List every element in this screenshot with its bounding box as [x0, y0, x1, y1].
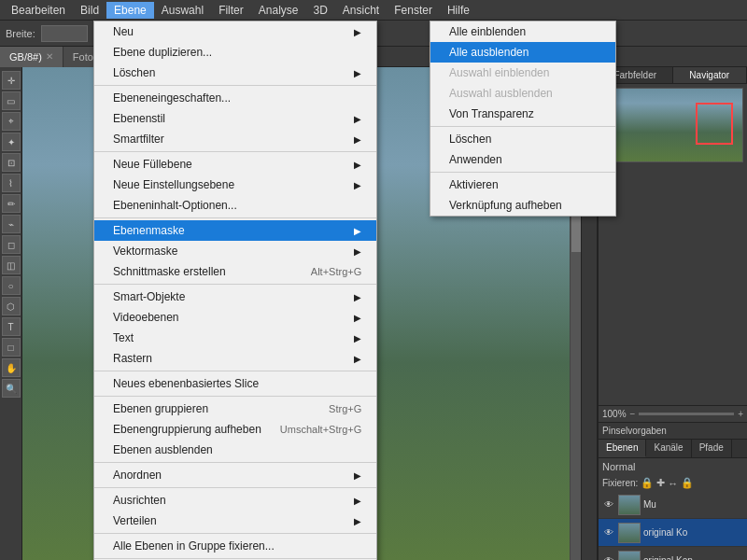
layer-thumb-2: [618, 551, 641, 561]
navigator-image: [602, 88, 743, 162]
fix-icon-add[interactable]: ✚: [656, 477, 665, 489]
tab-arrow[interactable]: »: [142, 50, 156, 63]
tool-clone[interactable]: ⌁: [2, 215, 21, 233]
layers-mode-row: Normal: [599, 458, 747, 475]
rp-tab-farbfelder[interactable]: Farbfelder: [599, 67, 673, 83]
tool-hand[interactable]: ✋: [2, 358, 21, 377]
layers-tabs: Ebenen Kanäle Pfade: [599, 440, 747, 458]
breite-label: Breite:: [6, 28, 35, 39]
layers-fix-row: Fixieren: 🔒 ✚ ↔ 🔒: [599, 475, 747, 491]
navigator-area: [599, 84, 747, 405]
layers-mode-value: Normal: [602, 461, 635, 472]
schnellmethode-button[interactable]: Schnellmethode: [238, 25, 325, 42]
tab-bar: GB/8#) ✕ Fotolia_51 ✕ »: [0, 47, 747, 67]
icon-bar-btn-1[interactable]: Mb: [582, 69, 597, 84]
zoom-bar: 100% − +: [599, 405, 747, 422]
layer-name-1: original Ko: [643, 527, 743, 538]
menu-auswahl[interactable]: Auswahl: [154, 2, 211, 19]
tool-magic[interactable]: ✦: [2, 133, 21, 151]
canvas-area: [22, 67, 581, 560]
breite-input[interactable]: [41, 25, 88, 42]
zoom-value: 100%: [602, 409, 627, 419]
layer-eye-0[interactable]: 👁: [602, 498, 615, 511]
tool-eraser[interactable]: ◻: [2, 235, 21, 254]
main-area: ✛ ▭ ⌖ ✦ ⊡ ⌇ ✏ ⌁ ◻ ◫ ○ ⬡ T □ ✋ 🔍 Mb ▶ ✂ A…: [0, 67, 747, 560]
zoom-slider[interactable]: [639, 413, 734, 415]
rp-tab-navigator[interactable]: Navigator: [673, 67, 748, 83]
tab-fotolia[interactable]: Fotolia_51 ✕: [63, 47, 142, 67]
layer-row-1: 👁 original Ko: [599, 519, 747, 547]
tool-path[interactable]: ⬡: [2, 297, 21, 315]
tool-crop[interactable]: ⊡: [2, 153, 21, 172]
menu-bild[interactable]: Bild: [73, 2, 106, 19]
layer-eye-2[interactable]: 👁: [602, 554, 615, 561]
scrollbar-thumb[interactable]: [571, 215, 581, 252]
layers-tab-ebenen[interactable]: Ebenen: [599, 440, 646, 457]
zoom-icon-left[interactable]: −: [630, 409, 636, 419]
zoom-icon-right[interactable]: +: [738, 409, 743, 419]
tab-close-gb[interactable]: ✕: [46, 51, 53, 62]
tool-zoom[interactable]: 🔍: [2, 379, 21, 398]
tool-dodge[interactable]: ○: [2, 276, 21, 295]
layers-tab-kanaele[interactable]: Kanäle: [646, 440, 691, 457]
canvas-image: [22, 67, 581, 560]
tab-gb[interactable]: GB/8#) ✕: [0, 47, 63, 67]
icon-bar: Mb ▶ ✂ A ¶ ◉ ⊕ ✦: [581, 67, 598, 560]
fix-icon-move[interactable]: ↔: [668, 478, 678, 489]
menu-analyse[interactable]: Analyse: [251, 2, 306, 19]
layer-eye-1[interactable]: 👁: [602, 526, 615, 539]
tool-text[interactable]: T: [2, 317, 21, 336]
fixieren-label: Fixieren:: [602, 478, 638, 488]
tool-brush[interactable]: ✏: [2, 194, 21, 213]
right-panel: Farbfelder Navigator 100% − + Pinselvorg…: [598, 67, 747, 560]
icon-bar-btn-6[interactable]: ◉: [582, 153, 597, 168]
menu-ansicht[interactable]: Ansicht: [335, 2, 387, 19]
icon-bar-btn-2[interactable]: ▶: [582, 86, 597, 101]
icon-bar-btn-8[interactable]: ✦: [582, 187, 597, 202]
tool-select[interactable]: ▭: [2, 91, 21, 110]
tool-gradient[interactable]: ◫: [2, 256, 21, 274]
layer-thumb-1: [618, 523, 641, 543]
fix-icon-all[interactable]: 🔒: [681, 477, 694, 489]
layer-name-2: original Kop: [643, 555, 743, 560]
icon-bar-btn-5[interactable]: ¶: [582, 136, 597, 151]
right-panel-tabs: Farbfelder Navigator: [599, 67, 747, 84]
icon-bar-btn-4[interactable]: A: [582, 119, 597, 134]
layer-thumb-0: [618, 495, 641, 515]
loschen-button[interactable]: Löschen: [176, 25, 233, 42]
menu-bar: Bearbeiten Bild Ebene Auswahl Filter Ana…: [0, 0, 747, 21]
layer-row-0: 👁 Mu: [599, 491, 747, 519]
menu-fenster[interactable]: Fenster: [387, 2, 440, 19]
tool-eyedropper[interactable]: ⌇: [2, 174, 21, 192]
tool-shape[interactable]: □: [2, 338, 21, 357]
layers-tab-pfade[interactable]: Pfade: [692, 440, 732, 457]
vorderes-bild-button[interactable]: Vorderes Bild: [93, 25, 171, 42]
navigator-selection: [696, 103, 733, 145]
icon-bar-btn-7[interactable]: ⊕: [582, 170, 597, 185]
tab-close-fotolia[interactable]: ✕: [124, 51, 132, 62]
scrollbar-vertical[interactable]: [570, 67, 581, 560]
layers-panel: Ebenen Kanäle Pfade Normal Fixieren: 🔒 ✚…: [599, 439, 747, 560]
layer-row-2: 👁 original Kop: [599, 547, 747, 560]
menu-3d[interactable]: 3D: [306, 2, 335, 19]
menu-hilfe[interactable]: Hilfe: [440, 2, 477, 19]
menu-ebene[interactable]: Ebene: [106, 2, 154, 19]
tool-lasso[interactable]: ⌖: [2, 112, 21, 131]
toolbar: Breite: Vorderes Bild Löschen Schnellmet…: [0, 21, 747, 47]
fix-icon-lock[interactable]: 🔒: [641, 477, 654, 489]
icon-bar-btn-3[interactable]: ✂: [582, 103, 597, 118]
tool-move[interactable]: ✛: [2, 71, 21, 90]
menu-bearbeiten[interactable]: Bearbeiten: [4, 2, 73, 19]
pinsel-label: Pinselvorgaben: [599, 422, 747, 439]
menu-filter[interactable]: Filter: [211, 2, 251, 19]
layer-name-0: Mu: [643, 499, 743, 510]
tools-panel: ✛ ▭ ⌖ ✦ ⊡ ⌇ ✏ ⌁ ◻ ◫ ○ ⬡ T □ ✋ 🔍: [0, 67, 22, 560]
